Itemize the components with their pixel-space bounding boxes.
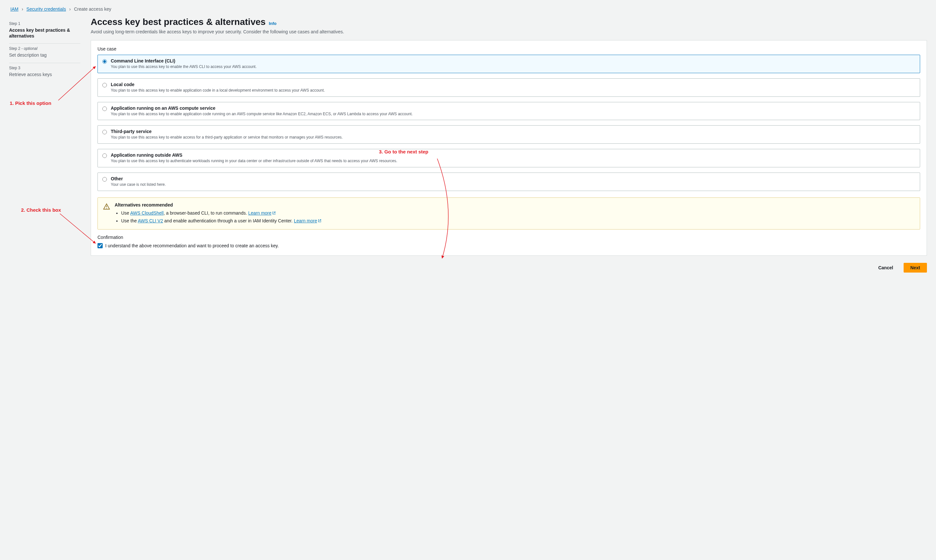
confirmation-checkbox[interactable] (97, 243, 103, 248)
use-case-option[interactable]: Local codeYou plan to use this access ke… (97, 78, 920, 97)
wizard-step-1[interactable]: Step 1 Access key best practices & alter… (9, 19, 80, 44)
use-case-radio[interactable] (102, 106, 107, 111)
use-case-radio[interactable] (102, 83, 107, 88)
use-case-description: You plan to use this access key to enabl… (111, 88, 915, 93)
use-case-title: Application running on an AWS compute se… (111, 106, 915, 111)
use-case-option[interactable]: Command Line Interface (CLI)You plan to … (97, 55, 920, 73)
step-title: Access key best practices & alternatives (9, 27, 80, 39)
chevron-right-icon: › (22, 6, 23, 12)
main-panel: Use case Command Line Interface (CLI)You… (91, 40, 927, 256)
use-case-radio[interactable] (102, 154, 107, 158)
use-case-title: Local code (111, 82, 915, 87)
use-case-title: Third-party service (111, 129, 915, 134)
aws-cloudshell-link[interactable]: AWS CloudShell (130, 211, 163, 215)
breadcrumb-security-credentials[interactable]: Security credentials (26, 6, 66, 12)
external-link-icon (318, 217, 322, 222)
aws-cli-v2-link[interactable]: AWS CLI V2 (138, 218, 163, 223)
use-case-description: Your use case is not listed here. (111, 182, 915, 188)
chevron-right-icon: › (69, 6, 71, 12)
learn-more-link[interactable]: Learn more (248, 211, 276, 215)
wizard-step-3: Step 3 Retrieve access keys (9, 63, 80, 82)
warning-icon (103, 203, 110, 210)
breadcrumb-current: Create access key (74, 6, 111, 12)
step-number: Step 2 - optional (9, 46, 80, 51)
use-case-radio[interactable] (102, 59, 107, 64)
use-case-option[interactable]: Application running on an AWS compute se… (97, 102, 920, 120)
step-title: Retrieve access keys (9, 72, 80, 77)
alert-bullet-cloudshell: Use AWS CloudShell, a browser-based CLI,… (121, 209, 914, 217)
alternatives-recommended-alert: Alternatives recommended Use AWS CloudSh… (97, 197, 920, 230)
external-link-icon (272, 210, 276, 214)
use-case-title: Other (111, 176, 915, 181)
use-case-description: You plan to use this access key to enabl… (111, 135, 915, 140)
use-case-title: Command Line Interface (CLI) (111, 58, 915, 63)
alert-title: Alternatives recommended (115, 202, 914, 208)
learn-more-link[interactable]: Learn more (294, 218, 322, 223)
use-case-option[interactable]: OtherYour use case is not listed here. (97, 172, 920, 191)
breadcrumb-iam[interactable]: IAM (10, 6, 19, 12)
use-case-option[interactable]: Third-party serviceYou plan to use this … (97, 125, 920, 144)
use-case-radio-group: Command Line Interface (CLI)You plan to … (97, 55, 920, 191)
step-number: Step 1 (9, 22, 80, 26)
svg-point-1 (106, 208, 107, 208)
breadcrumb: IAM › Security credentials › Create acce… (9, 6, 927, 12)
step-title: Set description tag (9, 52, 80, 58)
use-case-title: Application running outside AWS (111, 152, 915, 158)
page-subtitle: Avoid using long-term credentials like a… (91, 29, 927, 34)
wizard-step-2: Step 2 - optional Set description tag (9, 44, 80, 63)
use-case-label: Use case (97, 46, 920, 51)
wizard-steps-sidebar: Step 1 Access key best practices & alter… (9, 17, 80, 272)
use-case-description: You plan to use this access key to enabl… (111, 64, 915, 69)
use-case-option[interactable]: Application running outside AWSYou plan … (97, 149, 920, 167)
info-link[interactable]: Info (269, 21, 277, 26)
confirmation-text[interactable]: I understand the above recommendation an… (105, 243, 279, 248)
cancel-button[interactable]: Cancel (872, 263, 900, 272)
use-case-radio[interactable] (102, 177, 107, 182)
alert-bullet-cli-v2: Use the AWS CLI V2 and enable authentica… (121, 217, 914, 225)
confirmation-label: Confirmation (97, 235, 920, 240)
step-number: Step 3 (9, 66, 80, 70)
next-button[interactable]: Next (904, 263, 927, 272)
use-case-radio[interactable] (102, 130, 107, 134)
use-case-description: You plan to use this access key to enabl… (111, 111, 915, 117)
page-title: Access key best practices & alternatives (91, 17, 265, 27)
use-case-description: You plan to use this access key to authe… (111, 158, 915, 164)
